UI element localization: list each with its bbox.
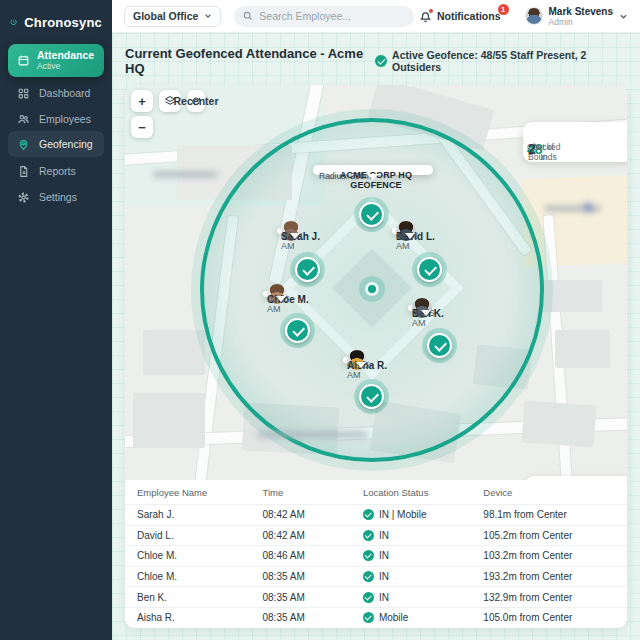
map-building [540,280,602,312]
chevron-down-icon [619,12,628,21]
sidebar-item-label: Reports [39,165,76,177]
cell-device: 103.2m from Center [471,550,627,561]
search-icon [243,11,253,21]
sidebar-item-sublabel: Active [37,61,94,71]
column-header-employee: Employee Name [125,487,251,498]
table-row[interactable]: Aisha R. 08:35 AM Mobile 105.0m from Cen… [125,607,627,628]
cell-employee-name: Chloe M. [125,571,251,582]
cell-time: 08:35 AM [251,612,351,623]
user-menu[interactable]: Mark Stevens Admin [525,6,628,27]
sidebar-item-label: Attendance [37,50,94,61]
marker-check-chloe[interactable] [285,318,310,343]
office-selector[interactable]: Global Office [124,6,221,27]
cell-time: 08:42 AM [251,530,351,541]
status-text: IN [379,571,389,582]
marker-card-david[interactable]: David L. 08:35 AM [392,228,404,234]
sidebar-item-dashboard[interactable]: Dashboard [8,80,104,106]
table-header-row: Employee Name Time Location Status Devic… [125,480,627,504]
user-info: Mark Stevens Admin [549,6,613,27]
dashboard-icon [17,87,30,100]
office-selector-label: Global Office [133,10,198,22]
cell-device: 105.2m from Center [471,530,627,541]
geofence-status: Active Geofence: 48/55 Staff Present, 2 … [375,49,627,73]
page-header: Current Geofenced Attendance - Acme HQ A… [125,46,627,76]
geofencing-pin-icon [17,138,30,151]
map-building [133,393,205,448]
map-recenter-button[interactable]: Recenter [187,90,205,112]
sidebar-item-label: Dashboard [39,87,90,99]
blur-line [257,432,341,437]
status-text: IN | Mobile [379,509,427,520]
geofence-center-dot [365,282,379,296]
clock-logo-icon [10,12,17,32]
table-row[interactable]: Chloe M. 08:35 AM IN 193.2m from Center [125,566,627,587]
status-check-icon [363,550,374,561]
notifications-badge: 1 [498,4,509,15]
sidebar-item-label: Employees [39,113,91,125]
status-check-icon [363,612,374,623]
column-header-device: Device [471,487,627,498]
marker-card-ben[interactable]: Ben K. 08:35 AM [408,305,420,311]
geofence-map[interactable]: + − Recenter ACME CORP HQ GEOFENCE Ra [125,85,627,480]
stats-card-bottom: 48 Checked In 2 Out of Bounds [525,476,627,480]
marker-card-aisha[interactable]: Aisha R. 08:35 AM [343,357,355,363]
marker-time: 08:35 AM [396,231,419,251]
stat-out-of-bounds: 2 Out of Bounds [523,140,532,144]
map-building [143,330,205,375]
marker-time: 08:31 AM [281,231,304,251]
cell-status: IN [351,571,471,582]
marker-check-aisha[interactable] [359,384,384,409]
map-zoom-out-button[interactable]: − [131,116,153,138]
notifications-button[interactable]: Notifications 1 [419,10,509,23]
blur-line [545,206,589,211]
sidebar-item-employees[interactable]: Employees [8,106,104,132]
cell-time: 08:35 AM [251,571,351,582]
employees-icon [17,113,30,126]
status-check-icon [363,571,374,582]
cell-employee-name: Ben K. [125,592,251,603]
user-role: Admin [549,17,613,27]
reports-icon [17,165,30,178]
status-text: IN [379,530,389,541]
notifications-label: Notifications [437,10,501,22]
geofence-tooltip[interactable]: ACME CORP HQ GEOFENCE Radius: 250m [313,165,433,175]
table-row[interactable]: Ben K. 08:35 AM IN 132.9m from Center [125,586,627,607]
search-input[interactable]: Search Employee... [234,6,414,27]
status-check-icon [363,509,374,520]
table-row[interactable]: Chloe M. 08:46 AM IN 103.2m from Center [125,545,627,566]
app-logo: Chronosync [0,0,112,42]
sidebar-item-attendance[interactable]: Attendance Active [8,44,104,77]
sidebar-item-attendance-text: Attendance Active [37,50,94,71]
geofence-center-check-marker[interactable] [359,202,384,227]
status-check-icon [375,55,387,67]
marker-card-chloe[interactable]: Chloe M. 08:35 AM [263,291,275,297]
cell-device: 132.9m from Center [471,592,627,603]
marker-check-david[interactable] [417,257,442,282]
marker-check-ben[interactable] [427,333,452,358]
geofence-tooltip-radius: Radius: 250m [319,171,371,181]
search-placeholder: Search Employee... [259,10,351,22]
map-zoom-in-button[interactable]: + [131,90,153,112]
main-content: Current Geofenced Attendance - Acme HQ A… [112,33,640,640]
marker-check-sarah[interactable] [295,257,320,282]
table-row[interactable]: David L. 08:42 AM IN 105.2m from Center [125,525,627,546]
status-check-icon [363,530,374,541]
map-building [522,401,597,448]
bell-alert-dot [429,9,433,13]
chevron-down-icon [204,12,212,20]
calendar-icon [17,54,30,67]
cell-device: 193.2m from Center [471,571,627,582]
column-header-time: Time [251,487,351,498]
marker-card-sarah[interactable]: Sarah J. 08:31 AM [277,228,289,234]
sidebar-item-reports[interactable]: Reports [8,158,104,184]
map-card: + − Recenter ACME CORP HQ GEOFENCE Ra [125,85,627,628]
sidebar-item-geofencing[interactable]: Geofencing [8,131,104,157]
sidebar-item-settings[interactable]: Settings [8,184,104,210]
top-bar: Global Office Search Employee... Notific… [112,0,640,33]
cell-time: 08:46 AM [251,550,351,561]
cell-status: Mobile [351,612,471,623]
table-row[interactable]: Sarah J. 08:42 AM IN | Mobile 98.1m from… [125,504,627,525]
user-avatar [525,7,543,25]
marker-time: 08:35 AM [347,360,370,380]
user-name: Mark Stevens [549,6,613,17]
